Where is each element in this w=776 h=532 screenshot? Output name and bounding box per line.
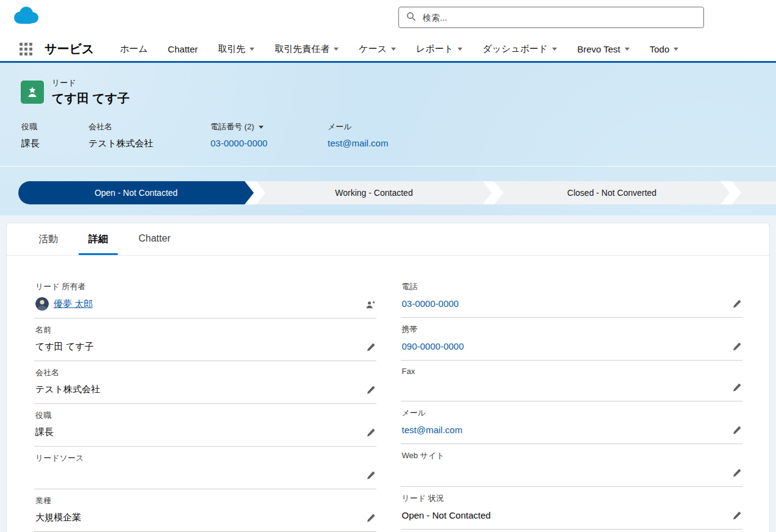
detail-field-lead-owner: リード 所有者優夢 太郎 bbox=[34, 275, 376, 318]
sales-path: Open - Not ContactedWorking - ContactedC… bbox=[18, 181, 776, 204]
edit-pencil-icon[interactable] bbox=[731, 341, 742, 354]
nav-item-label: Brevo Test bbox=[577, 44, 620, 54]
edit-pencil-icon[interactable] bbox=[731, 467, 742, 481]
nav-item-chatter[interactable]: Chatter bbox=[168, 44, 198, 54]
edit-pencil-icon[interactable] bbox=[365, 384, 376, 398]
field-label-text: 役職 bbox=[21, 121, 37, 132]
launcher-dot bbox=[24, 48, 27, 51]
app-nav-bar: サービス ホームChatter取引先取引先責任者ケースレポートダッシュボードBr… bbox=[0, 37, 776, 63]
chevron-down-icon bbox=[458, 48, 462, 51]
global-search[interactable] bbox=[398, 7, 704, 28]
path-stage-label: Open - Not Contacted bbox=[95, 188, 178, 198]
edit-pencil-icon[interactable] bbox=[731, 298, 742, 312]
global-header bbox=[0, 0, 776, 37]
path-stage-closed-not-converted[interactable]: Closed - Not Converted bbox=[494, 181, 730, 204]
nav-item-label: 取引先 bbox=[218, 43, 245, 55]
launcher-dot bbox=[20, 43, 23, 46]
chevron-down-icon bbox=[334, 48, 339, 51]
path-section: Open - Not ContactedWorking - ContactedC… bbox=[0, 167, 776, 215]
field-value: てす田 てす子 bbox=[35, 340, 356, 353]
nav-item-label: Todo bbox=[650, 44, 670, 54]
salesforce-logo-icon bbox=[11, 5, 40, 30]
detail-field-rating: 評価 bbox=[401, 530, 743, 532]
field-label-text: メール bbox=[328, 121, 352, 132]
detail-field-phone: 電話03-0000-0000 bbox=[401, 275, 743, 318]
record-detail-card: 活動詳細Chatter リード 所有者優夢 太郎名前てす田 てす子会社名テスト株… bbox=[6, 223, 770, 532]
field-value-link[interactable]: test@mail.com bbox=[402, 425, 462, 435]
nav-item-contacts[interactable]: 取引先責任者 bbox=[275, 43, 339, 55]
search-input[interactable] bbox=[422, 12, 696, 23]
field-value[interactable]: 03-0000-0000 bbox=[210, 138, 328, 148]
field-label: 会社名 bbox=[35, 367, 356, 378]
edit-pencil-icon[interactable] bbox=[365, 342, 376, 355]
path-stage-working-contacted[interactable]: Working - Contacted bbox=[256, 181, 492, 204]
nav-item-home[interactable]: ホーム bbox=[120, 43, 148, 55]
nav-item-label: ホーム bbox=[120, 43, 148, 55]
field-label: Web サイト bbox=[402, 450, 722, 461]
nav-item-todo[interactable]: Todo bbox=[650, 44, 679, 54]
detail-field-email: メールtest@mail.com bbox=[401, 401, 743, 444]
field-value: 大規模企業 bbox=[35, 511, 356, 524]
record-name: てす田 てす子 bbox=[52, 90, 129, 107]
edit-pencil-icon[interactable] bbox=[731, 425, 742, 438]
field-value-link[interactable]: 090-0000-0000 bbox=[402, 341, 464, 351]
tab-details[interactable]: 詳細 bbox=[79, 223, 118, 255]
chevron-down-icon bbox=[552, 48, 557, 51]
tab-activity[interactable]: 活動 bbox=[29, 223, 68, 255]
detail-field-fax: Fax bbox=[401, 361, 743, 401]
field-label: 業種 bbox=[35, 495, 356, 506]
waffle-dots bbox=[20, 43, 32, 56]
nav-item-accounts[interactable]: 取引先 bbox=[218, 43, 254, 55]
detail-field-lead-status: リード 状況Open - Not Contacted bbox=[401, 487, 743, 530]
launcher-dot bbox=[29, 52, 32, 56]
field-label: 名前 bbox=[35, 325, 356, 336]
search-icon bbox=[406, 12, 416, 24]
change-owner-icon[interactable] bbox=[364, 299, 376, 312]
record-header: リード てす田 てす子 役職課長会社名テスト株式会社電話番号 (2)03-000… bbox=[0, 63, 776, 166]
launcher-dot bbox=[29, 43, 32, 46]
field-label: 役職 bbox=[21, 121, 88, 132]
chevron-down-icon[interactable] bbox=[259, 126, 264, 129]
tab-chatter[interactable]: Chatter bbox=[129, 223, 180, 255]
path-stage-label: Working - Contacted bbox=[335, 188, 412, 198]
nav-item-dashboards[interactable]: ダッシュボード bbox=[483, 43, 557, 55]
nav-item-cases[interactable]: ケース bbox=[359, 43, 396, 55]
edit-pencil-icon[interactable] bbox=[731, 382, 742, 395]
detail-field-name: 名前てす田 てす子 bbox=[34, 318, 376, 361]
chevron-down-icon bbox=[625, 48, 630, 51]
path-stage-next-stage[interactable] bbox=[732, 181, 776, 204]
nav-item-brevo-test[interactable]: Brevo Test bbox=[577, 44, 630, 54]
field-label: リード 状況 bbox=[402, 493, 722, 504]
app-launcher-icon[interactable] bbox=[17, 40, 35, 58]
edit-pencil-icon[interactable] bbox=[365, 470, 376, 483]
field-value: 090-0000-0000 bbox=[402, 340, 722, 353]
field-value: 優夢 太郎 bbox=[35, 297, 356, 311]
field-value-link[interactable]: 03-0000-0000 bbox=[402, 298, 459, 309]
field-value: テスト株式会社 bbox=[88, 138, 210, 149]
launcher-dot bbox=[20, 52, 23, 56]
launcher-dot bbox=[24, 43, 27, 46]
detail-column-right: 電話03-0000-0000携帯090-0000-0000Faxメールtest@… bbox=[401, 275, 743, 532]
highlight-fields: 役職課長会社名テスト株式会社電話番号 (2)03-0000-0000メールtes… bbox=[0, 109, 776, 166]
field-value: 課長 bbox=[21, 138, 88, 149]
path-stage-open-not-contacted[interactable]: Open - Not Contacted bbox=[18, 181, 254, 204]
detail-field-title: 役職課長 bbox=[34, 404, 376, 447]
edit-pencil-icon[interactable] bbox=[731, 510, 742, 523]
edit-pencil-icon[interactable] bbox=[365, 512, 376, 526]
highlight-field-email: メールtest@mail.com bbox=[328, 121, 388, 149]
owner-link[interactable]: 優夢 太郎 bbox=[54, 298, 93, 310]
chevron-down-icon bbox=[674, 48, 678, 51]
highlight-field-company: 会社名テスト株式会社 bbox=[88, 121, 210, 149]
nav-item-label: レポート bbox=[416, 43, 453, 55]
edit-pencil-icon[interactable] bbox=[365, 427, 376, 440]
field-value: 03-0000-0000 bbox=[402, 297, 722, 310]
field-value: 課長 bbox=[35, 426, 356, 439]
field-value[interactable]: test@mail.com bbox=[328, 138, 388, 148]
record-title-row: リード てす田 てす子 bbox=[0, 63, 776, 109]
field-label: 電話番号 (2) bbox=[210, 121, 328, 132]
nav-items: ホームChatter取引先取引先責任者ケースレポートダッシュボードBrevo T… bbox=[120, 43, 678, 55]
field-label: 電話 bbox=[402, 281, 722, 292]
field-label: 役職 bbox=[35, 410, 356, 421]
nav-item-reports[interactable]: レポート bbox=[416, 43, 462, 55]
field-label-text: 電話番号 (2) bbox=[210, 121, 254, 132]
